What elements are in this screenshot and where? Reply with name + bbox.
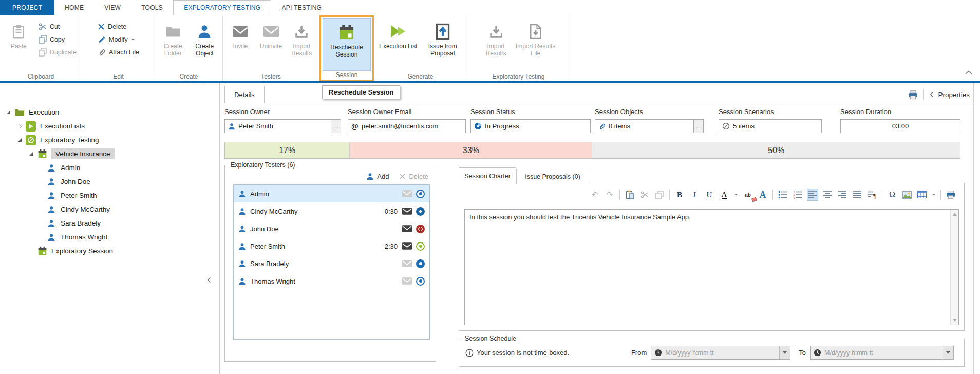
charter-scrollbar[interactable]	[950, 210, 958, 325]
font-button[interactable]: A	[758, 189, 768, 200]
create-folder-button[interactable]: Create Folder	[158, 18, 188, 68]
highlight-button[interactable]: ab	[743, 189, 753, 200]
invite-button[interactable]: Invite	[226, 18, 255, 68]
copy-button[interactable]: Copy	[36, 33, 79, 46]
expander-icon[interactable]	[5, 109, 11, 116]
collapse-ribbon-icon[interactable]	[965, 70, 973, 75]
from-dropdown-button[interactable]	[779, 346, 790, 359]
numbered-list-icon[interactable]	[793, 189, 803, 200]
redo-icon[interactable]: ↷	[605, 189, 615, 200]
issue-from-proposal-button[interactable]: Issue from Proposal	[422, 18, 464, 68]
attach-file-button[interactable]: Attach File	[96, 46, 141, 59]
session-objects-input[interactable]: 0 items	[595, 119, 694, 133]
mail-icon[interactable]	[402, 225, 412, 232]
session-scenarios-input[interactable]: 5 items	[719, 119, 822, 133]
expander-icon[interactable]	[28, 151, 34, 157]
tab-session-charter[interactable]: Session Charter	[459, 167, 516, 184]
session-owner-email-input[interactable]: @ peter.smith@tricentis.com	[348, 119, 466, 133]
et-import-results-icon	[489, 20, 503, 43]
tab-project[interactable]: PROJECT	[0, 0, 54, 15]
charter-text-area[interactable]: In this session you should test the Tric…	[464, 209, 959, 325]
tester-row-cindy-mccarthy[interactable]: Cindy McCarthy 0:30	[234, 202, 429, 220]
tree-item-vehicle-insurance[interactable]: Vehicle Insurance	[0, 147, 204, 161]
table-dropdown-caret[interactable]	[932, 194, 935, 196]
create-object-button[interactable]: Create Object	[190, 18, 220, 68]
mail-icon[interactable]	[402, 260, 412, 267]
tab-api-testing[interactable]: API TESTING	[271, 0, 332, 15]
et-import-results-file-button[interactable]: Import Results File	[514, 18, 557, 68]
paste-button[interactable]: Paste	[3, 18, 34, 68]
session-owner-input[interactable]: Peter Smith	[224, 119, 331, 133]
reschedule-session-button[interactable]: Reschedule Session	[323, 18, 371, 71]
testers-import-results-button[interactable]: Import Results	[287, 18, 316, 68]
align-left-icon[interactable]	[807, 189, 818, 200]
tree-item-execution[interactable]: Execution	[0, 105, 204, 119]
bullet-list-icon[interactable]	[778, 189, 788, 200]
tree-item-exploratory-session[interactable]: Exploratory Session	[0, 244, 204, 258]
align-right-icon[interactable]	[837, 189, 847, 200]
to-datetime-input[interactable]: M/d/yyyy h:mm tt	[810, 346, 954, 360]
tree-item-admin[interactable]: Admin	[0, 161, 204, 175]
bold-button[interactable]: B	[674, 189, 685, 200]
justify-icon[interactable]	[852, 189, 862, 200]
delete-tester-button[interactable]: Delete	[399, 173, 428, 180]
print-icon[interactable]	[946, 189, 956, 200]
copy-icon[interactable]	[654, 189, 665, 200]
to-dropdown-button[interactable]	[943, 346, 953, 359]
cut-button[interactable]: Cut	[36, 20, 79, 33]
uninvite-button[interactable]: Uninvite	[257, 18, 286, 68]
mail-icon[interactable]	[402, 190, 412, 197]
tree-item-john-doe[interactable]: John Doe	[0, 175, 204, 189]
insert-table-icon[interactable]	[917, 189, 927, 200]
tester-row-peter-smith[interactable]: Peter Smith 2:30	[234, 237, 429, 255]
tab-issue-proposals[interactable]: Issue Proposals (0)	[516, 169, 589, 184]
tester-row-john-doe[interactable]: John Doe	[234, 220, 429, 237]
expander-icon[interactable]	[16, 137, 23, 143]
font-color-dropdown-caret[interactable]	[734, 194, 738, 196]
from-datetime-input[interactable]: M/d/yyyy h:mm tt	[651, 346, 790, 360]
session-duration-input[interactable]: 03:00	[840, 119, 960, 133]
tab-view[interactable]: VIEW	[94, 0, 131, 15]
execution-list-button[interactable]: Execution List	[377, 18, 420, 68]
special-character-button[interactable]: Ω	[887, 189, 897, 200]
tree-item-executionlists[interactable]: ExecutionLists	[0, 119, 204, 133]
tab-tools[interactable]: TOOLS	[131, 0, 173, 15]
tester-row-admin[interactable]: Admin	[234, 185, 429, 202]
font-color-button[interactable]: A	[722, 191, 727, 199]
tree-item-cindy-mccarthy[interactable]: Cindy McCarthy	[0, 202, 204, 216]
mail-icon[interactable]	[402, 208, 412, 215]
duplicate-button[interactable]: Duplicate	[36, 46, 79, 59]
modify-button[interactable]: Modify	[96, 33, 141, 46]
et-import-results-button[interactable]: Import Results	[480, 18, 512, 68]
tester-row-thomas-wright[interactable]: Thomas Wright	[234, 272, 429, 290]
tree-item-exploratory-testing[interactable]: Exploratory Testing	[0, 133, 204, 147]
mail-icon[interactable]	[402, 277, 412, 285]
session-status-input[interactable]: In Progress	[470, 119, 591, 133]
scroll-up-icon[interactable]	[953, 213, 957, 216]
align-center-icon[interactable]	[822, 189, 833, 200]
tree-item-thomas-wright[interactable]: Thomas Wright	[0, 230, 204, 244]
tab-exploratory-testing[interactable]: EXPLORATORY TESTING	[173, 0, 271, 15]
cut-icon[interactable]	[639, 189, 650, 200]
scroll-down-icon[interactable]	[953, 319, 957, 322]
add-tester-button[interactable]: Add	[366, 173, 389, 180]
tree-item-sara-bradely[interactable]: Sara Bradely	[0, 216, 204, 230]
paragraph-format-icon[interactable]	[867, 189, 877, 200]
tab-details[interactable]: Details	[224, 86, 265, 103]
tree-item-peter-smith[interactable]: Peter Smith	[0, 189, 204, 202]
tab-home[interactable]: HOME	[54, 0, 94, 15]
session-objects-browse-button[interactable]: ...	[694, 119, 704, 133]
undo-icon[interactable]: ↶	[590, 189, 600, 200]
expander-icon[interactable]	[16, 123, 23, 129]
session-owner-browse-button[interactable]: ...	[331, 119, 341, 133]
tester-row-sara-bradely[interactable]: Sara Bradely	[234, 255, 429, 272]
properties-button[interactable]: Properties	[929, 91, 970, 99]
paste-icon[interactable]	[625, 189, 635, 200]
insert-image-icon[interactable]	[902, 189, 912, 200]
delete-button[interactable]: Delete	[96, 20, 141, 33]
mail-icon[interactable]	[402, 242, 412, 250]
underline-button[interactable]: U	[704, 189, 714, 200]
italic-button[interactable]: I	[689, 189, 700, 200]
collapse-tree-panel-icon[interactable]	[205, 274, 213, 286]
print-icon[interactable]	[908, 90, 918, 100]
